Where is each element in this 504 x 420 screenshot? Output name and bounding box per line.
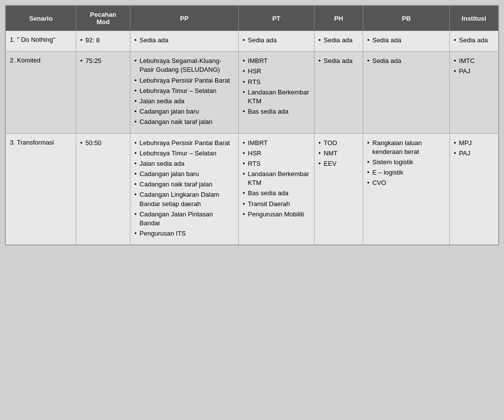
table-row: 1. " Do Nothing"92: 8Sedia adaSedia adaS…: [6, 31, 499, 52]
table-header-row: Senario PecahanMod PP PT PH PB Institusi: [6, 6, 499, 31]
cell-pb: Rangkaian laluan kenderaan beratSistem l…: [363, 133, 450, 245]
header-pt: PT: [239, 6, 315, 31]
cell-scenario: 2. Komited: [6, 52, 76, 133]
cell-scenario: 3. Transformasi: [6, 133, 76, 245]
cell-pp: Sedia ada: [130, 31, 239, 52]
cell-pt: IMBRTHSRRTSLandasan Berkembar KTMBas sed…: [239, 52, 315, 133]
cell-scenario: 1. " Do Nothing": [6, 31, 76, 52]
cell-pt: IMBRTHSRRTSLandasan Berkembar KTMBas sed…: [239, 133, 315, 245]
header-pp: PP: [130, 6, 239, 31]
cell-ph: TODNMTEEV: [315, 133, 363, 245]
cell-institusi: Sedia ada: [450, 31, 499, 52]
cell-pecahan: 75:25: [76, 52, 130, 133]
main-table-wrapper: Senario PecahanMod PP PT PH PB Institusi…: [5, 5, 499, 245]
cell-pb: Sedia ada: [363, 52, 450, 133]
cell-pt: Sedia ada: [239, 31, 315, 52]
header-pb: PB: [363, 6, 450, 31]
scenario-table: Senario PecahanMod PP PT PH PB Institusi…: [5, 5, 499, 245]
header-institusi: Institusi: [450, 6, 499, 31]
cell-pb: Sedia ada: [363, 31, 450, 52]
cell-pecahan: 92: 8: [76, 31, 130, 52]
cell-institusi: IMTCPAJ: [450, 52, 499, 133]
header-senario: Senario: [6, 6, 76, 31]
cell-pecahan: 50:50: [76, 133, 130, 245]
table-row: 2. Komited75:25Lebuhraya Segamat-Kluang-…: [6, 52, 499, 133]
cell-pp: Lebuhraya Persisir Pantai BaratLebuhraya…: [130, 133, 239, 245]
cell-pp: Lebuhraya Segamat-Kluang-Pasir Gudang (S…: [130, 52, 239, 133]
header-ph: PH: [315, 6, 363, 31]
cell-ph: Sedia ada: [315, 31, 363, 52]
cell-institusi: MPJPAJ: [450, 133, 499, 245]
header-pecahan: PecahanMod: [76, 6, 130, 31]
cell-ph: Sedia ada: [315, 52, 363, 133]
table-row: 3. Transformasi50:50Lebuhraya Persisir P…: [6, 133, 499, 245]
